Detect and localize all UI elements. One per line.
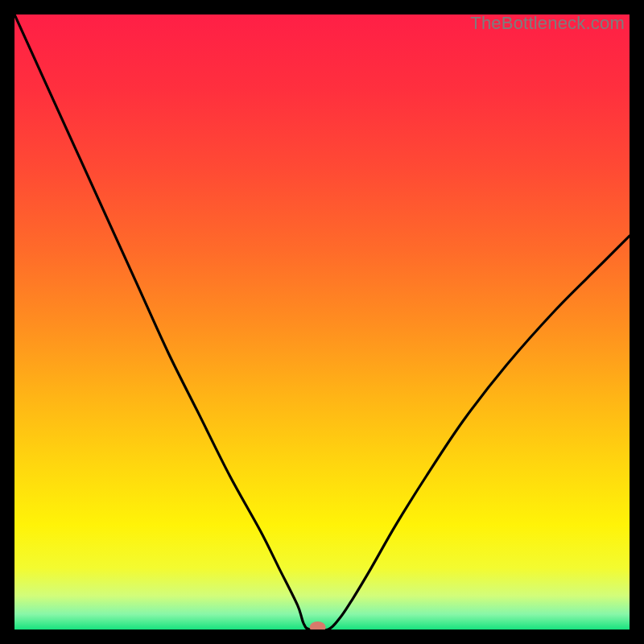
bottleneck-chart xyxy=(14,14,630,630)
chart-background xyxy=(14,14,630,630)
watermark-text: TheBottleneck.com xyxy=(470,13,625,34)
chart-frame: TheBottleneck.com xyxy=(14,14,630,630)
